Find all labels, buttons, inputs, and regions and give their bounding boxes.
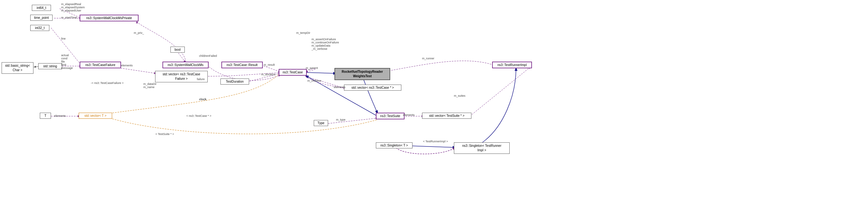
label-clock: clock: [199, 98, 207, 101]
label-limit: limit: [61, 63, 66, 66]
node-TestSuite: ns3::TestSuite: [376, 113, 405, 119]
svg-line-14: [328, 118, 377, 124]
node-TestRunnerImpl: ns3::TestRunnerImpl: [492, 62, 532, 68]
node-TestCaseFailure: ns3::TestCaseFailure: [80, 62, 121, 68]
svg-line-12: [470, 67, 530, 116]
label-message: message: [61, 66, 73, 70]
label-m-priv: m_priv_: [134, 31, 144, 34]
label-m-elapsedUser: m_elapsedUser: [61, 9, 81, 12]
node-std-vector-TestSuite: std::vector< TestSuite * >: [422, 113, 471, 119]
label-elements-ts: elements: [403, 113, 415, 116]
node-TestCase-Result: ns3::TestCase::Result: [221, 62, 263, 68]
label-m-parent: m_parent: [306, 66, 318, 70]
node-T: T: [40, 113, 51, 119]
label-m-verbose: _m_verbose: [312, 47, 328, 50]
node-std-vector-TestCase: std::vector< ns3::TestCase * >: [344, 85, 401, 91]
node-TestCase: ns3::TestCase: [279, 69, 307, 76]
node-bool: bool: [170, 47, 185, 53]
node-Type: Type: [314, 120, 328, 126]
svg-line-10: [306, 73, 336, 74]
label-m-runner: m_runner: [422, 57, 434, 60]
label-m-elapsedReal: m_elapsedReal: [61, 3, 81, 6]
label-m-type: m_type: [336, 118, 346, 121]
label-childrenFailed: childrenFailed: [199, 54, 217, 57]
node-Singleton-T: ns3::Singleton< T >: [376, 142, 412, 148]
label-file: file: [61, 60, 65, 63]
label-testcasefailure-ptr: -< ns3::TestCaseFailure >: [91, 81, 124, 85]
label-m-dataDir: m_dataDir: [143, 82, 157, 85]
label-testcase-ptr: < ns3::TestCase * >: [186, 114, 212, 117]
node-SystemWallClockMs: ns3::SystemWallClockMs: [162, 62, 209, 68]
label-actual: actual: [61, 54, 69, 57]
label-line: line: [61, 37, 66, 40]
edges-svg: [0, 0, 868, 218]
label-m-children: m_children: [307, 79, 321, 82]
node-int32_t: int32_t: [30, 25, 50, 31]
label-m-result: m_result: [264, 63, 275, 66]
diagram-container: int64_t time_point int32_t std::basic_st…: [0, 0, 868, 218]
label-m-tempDir: m_tempDir: [296, 31, 310, 34]
svg-line-15: [411, 146, 456, 147]
node-std-basic-string: std::basic_string<Char >: [2, 62, 33, 74]
label-m-suites: m_suites: [454, 94, 465, 97]
node-int64_t: int64_t: [32, 5, 51, 11]
label-m-elapsedSystem: m_elapsedSystem: [61, 6, 85, 9]
label-m-duration: m_duration: [261, 73, 276, 76]
label-elements-tc: elements: [334, 85, 346, 89]
node-SystemWallClockMsPrivate: ns3::SystemWallClockMsPrivate: [80, 15, 138, 21]
label-elements-tcf: elements: [121, 64, 133, 67]
label-m-assertOnFailure: m_assertOnFailure: [312, 38, 336, 41]
node-time_point: time_point: [30, 15, 53, 21]
node-std-vector-T: std::vector< T >: [79, 113, 112, 119]
label-testrunnerimpl: < TestRunnerImpl >: [423, 140, 448, 143]
label-testsuite-ptr: < TestSuite * >: [155, 133, 174, 136]
node-RocketfuelTopologyReaderWeightsTest: RocketfuelTopologyReaderWeightsTest: [335, 68, 390, 80]
node-std-string: std::string: [38, 63, 62, 69]
label-m-startTime: m_startTime: [61, 16, 77, 19]
svg-line-5: [178, 53, 185, 62]
label-elements-t: elements: [54, 114, 66, 117]
label-m-name: m_name: [143, 85, 154, 89]
node-Singleton-TestRunnerImpl: ns3::Singleton< TestRunnerImpl >: [454, 142, 510, 154]
label-m-updateData: m_updateData: [312, 44, 330, 47]
label-cond: cond: [61, 57, 67, 60]
label-m-continueOnFailure: m_continueOnFailure: [312, 41, 339, 44]
node-TestDuration: TestDuration: [220, 79, 249, 85]
label-failure: failure: [197, 78, 205, 81]
